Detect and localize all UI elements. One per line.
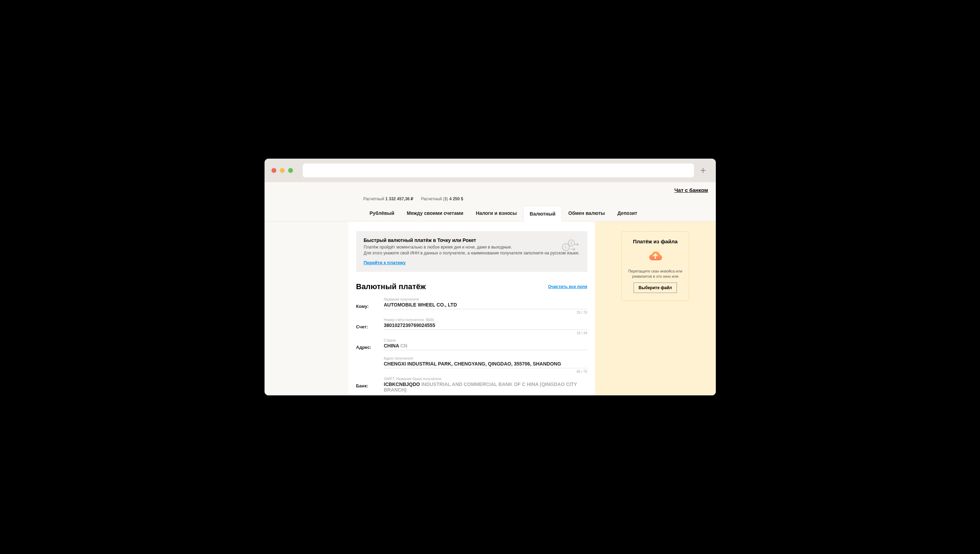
info-text-line1: Платёж пройдёт моментально в любое время… [364, 244, 580, 250]
topbar: Чат с банком [264, 182, 716, 194]
value-recipient: AUTOMOBILE WHEEL CO., LTD [384, 302, 587, 307]
svg-text:€: € [565, 245, 566, 249]
clear-all-fields-link[interactable]: Очистить все поля [548, 284, 587, 289]
tab-taxes[interactable]: Налоги и взносы [470, 205, 523, 221]
chat-with-bank-link[interactable]: Чат с банком [675, 187, 708, 193]
svg-text:$: $ [570, 241, 573, 245]
field-row-country: Адрес: Страна CHINA CN [356, 338, 587, 350]
tab-ruble[interactable]: Рублёвый [363, 205, 401, 221]
upload-card[interactable]: Платёж из файла Перетащите скан инвойса … [621, 231, 689, 301]
field-row-account: Счет: Номер счёта получателя, IBAN 38010… [356, 318, 587, 330]
window-close-button[interactable] [272, 168, 276, 173]
content-area: Быстрый валютный платёж в Точку или Роке… [348, 221, 716, 396]
label-bank: Банк: [356, 377, 384, 394]
value-bank: ICBKCNBJQDO INDUSTRIAL AND COMMERCIAL BA… [384, 382, 587, 393]
account-usd-label: Расчетный ($) [421, 196, 448, 201]
value-country: CHINA CN [384, 343, 587, 349]
field-recipient[interactable]: Название получателя AUTOMOBILE WHEEL CO.… [384, 298, 587, 309]
value-address: CHENGXI INDUSTRIAL PARK, CHENGYANG, QING… [384, 361, 587, 366]
sublabel-account: Номер счёта получателя, IBAN [384, 318, 587, 322]
info-text-line2: Для этого укажите свой ИНН в данных о по… [364, 250, 580, 256]
tab-exchange[interactable]: Обмен валюты [562, 205, 611, 221]
sublabel-country: Страна [384, 338, 587, 342]
field-address[interactable]: Адрес получателя CHENGXI INDUSTRIAL PARK… [384, 357, 587, 368]
label-recipient: Кому: [356, 298, 384, 309]
field-account[interactable]: Номер счёта получателя, IBAN 38010272397… [384, 318, 587, 330]
page-content: Чат с банком Расчетный 1 332 457,36 ₽ Ра… [264, 182, 716, 396]
field-bank[interactable]: SWIFT, Название банка получателя ICBKCNB… [384, 377, 587, 394]
tab-deposit[interactable]: Депозит [611, 205, 643, 221]
counter-address: 66 / 70 [384, 370, 587, 374]
upload-description: Перетащите скан инвойса или реквизитов в… [628, 269, 682, 279]
field-row-address: Адрес получателя CHENGXI INDUSTRIAL PARK… [356, 357, 587, 368]
label-address-empty [356, 357, 384, 368]
info-title: Быстрый валютный платёж в Точку или Роке… [364, 237, 580, 243]
account-usd-value: 4 250 $ [449, 196, 463, 201]
counter-recipient: 25 / 70 [384, 310, 587, 315]
form-title: Валютный платёж [356, 282, 426, 291]
browser-chrome: + [264, 159, 716, 182]
side-column: Платёж из файла Перетащите скан инвойса … [595, 221, 716, 396]
value-account: 3801027239769024555 [384, 323, 587, 328]
window-maximize-button[interactable] [288, 168, 293, 173]
accounts-summary: Расчетный 1 332 457,36 ₽ Расчетный ($) 4… [264, 194, 716, 205]
new-tab-button[interactable]: + [697, 165, 708, 176]
window-minimize-button[interactable] [280, 168, 285, 173]
go-to-payment-link[interactable]: Перейти к платежу [364, 260, 406, 265]
choose-file-button[interactable]: Выберите файл [633, 283, 677, 293]
form-header: Валютный платёж Очистить все поля [356, 282, 587, 291]
url-bar[interactable] [303, 164, 694, 177]
sublabel-bank: SWIFT, Название банка получателя [384, 377, 587, 381]
counter-account: 19 / 34 [384, 331, 587, 335]
upload-title: Платёж из файла [628, 239, 682, 244]
account-rub-value: 1 332 457,36 ₽ [385, 196, 414, 201]
field-row-recipient: Кому: Название получателя AUTOMOBILE WHE… [356, 298, 587, 309]
sublabel-recipient: Название получателя [384, 298, 587, 301]
tab-between-accounts[interactable]: Между своими счетами [401, 205, 470, 221]
payment-tabs: Рублёвый Между своими счетами Налоги и в… [264, 205, 716, 221]
label-account: Счет: [356, 318, 384, 330]
cloud-upload-icon [649, 251, 662, 263]
field-country[interactable]: Страна CHINA CN [384, 338, 587, 350]
main-column: Быстрый валютный платёж в Точку или Роке… [348, 221, 595, 396]
tab-currency[interactable]: Валютный [523, 206, 562, 221]
browser-window: + Чат с банком Расчетный 1 332 457,36 ₽ … [264, 159, 716, 396]
sublabel-address: Адрес получателя [384, 357, 587, 360]
currency-exchange-icon: € $ [560, 239, 580, 253]
account-rub-label: Расчетный [363, 196, 384, 201]
field-row-bank: Банк: SWIFT, Название банка получателя I… [356, 377, 587, 394]
quick-payment-info-box: Быстрый валютный платёж в Точку или Роке… [356, 231, 587, 272]
label-address: Адрес: [356, 338, 384, 350]
